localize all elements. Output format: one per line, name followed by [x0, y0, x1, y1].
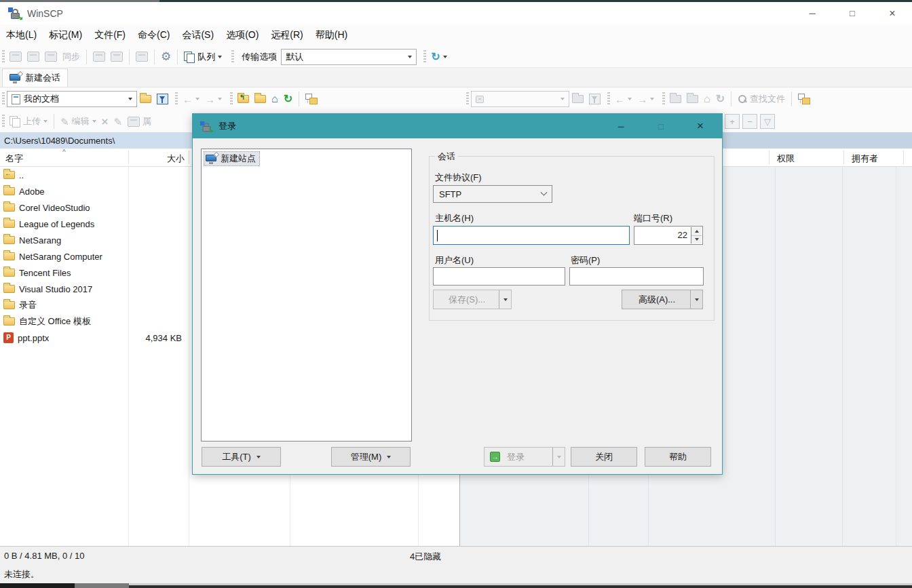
window-close-button[interactable]: × — [877, 2, 908, 24]
user-name-input[interactable] — [433, 267, 565, 286]
column-header-name[interactable]: 名字 — [5, 153, 23, 165]
run-command-icon[interactable] — [108, 50, 126, 64]
host-name-input[interactable] — [433, 226, 630, 245]
menu-item[interactable]: 本地(L) — [0, 26, 43, 45]
file-icon — [3, 252, 15, 260]
remote-open-directory-icon — [569, 93, 586, 105]
file-icon — [3, 171, 15, 179]
transfer-preset-combo[interactable]: 默认 — [281, 49, 417, 65]
transfer-usage-text: 0 B / 4.81 MB, 0 / 10 — [4, 551, 85, 561]
tools-button[interactable]: 工具(T) — [202, 447, 281, 467]
synchronize-button[interactable]: 同步 — [60, 49, 83, 65]
open-console-icon[interactable] — [90, 50, 108, 64]
file-icon — [3, 317, 15, 326]
port-spinner[interactable] — [691, 227, 702, 243]
panel-layout-icon[interactable] — [7, 50, 24, 64]
advanced-dropdown-icon[interactable] — [690, 290, 702, 309]
edit-icon: ✎ — [60, 117, 69, 127]
manage-button[interactable]: 管理(M) — [331, 447, 411, 467]
file-icon — [3, 301, 15, 309]
properties-icon — [125, 115, 142, 129]
local-tree-icon[interactable] — [303, 92, 320, 106]
protocol-label: 文件协议(F) — [435, 172, 482, 184]
menu-item[interactable]: 会话(S) — [176, 26, 220, 45]
password-label: 密码(P) — [571, 254, 600, 267]
sync-browsing-icon[interactable] — [42, 50, 60, 64]
local-home-icon[interactable]: ⌂ — [269, 92, 281, 106]
file-name: ppt.pptx — [18, 333, 49, 343]
dialog-close-button[interactable]: × — [687, 114, 714, 138]
login-dropdown-icon[interactable] — [552, 448, 565, 466]
file-name: .. — [19, 170, 24, 180]
queue-button[interactable]: 队列 — [181, 49, 225, 65]
file-name: 录音 — [19, 299, 37, 311]
menu-item[interactable]: 标记(M) — [43, 26, 88, 45]
menu-item[interactable]: 命令(C) — [132, 26, 176, 45]
protocol-select[interactable]: SFTP — [433, 185, 552, 203]
local-back-icon[interactable]: ← — [180, 92, 202, 106]
remote-remove-icon: − — [742, 114, 757, 129]
dialog-minimize-button[interactable]: ─ — [607, 114, 634, 138]
save-dropdown-icon[interactable] — [499, 290, 511, 309]
column-header-owner[interactable]: 拥有者 — [852, 153, 878, 165]
dialog-maximize-button[interactable]: □ — [647, 114, 674, 138]
remote-add-icon: + — [725, 114, 740, 129]
login-dialog-title-bar[interactable]: ↘ 登录 ─ □ × — [193, 114, 722, 138]
advanced-button[interactable]: 高级(A)... — [622, 290, 703, 309]
winscp-logo-icon: ↘ — [8, 7, 22, 20]
remote-tree-icon[interactable] — [795, 92, 813, 106]
column-header-permissions[interactable]: 权限 — [777, 153, 795, 165]
close-button[interactable]: 关闭 — [571, 447, 637, 467]
local-filter-icon[interactable] — [154, 92, 171, 106]
preferences-gear-icon[interactable]: ⚙ — [158, 49, 174, 64]
menu-item[interactable]: 文件(F) — [88, 26, 132, 45]
local-open-directory-icon[interactable] — [137, 93, 154, 105]
host-name-label: 主机名(H) — [435, 212, 474, 224]
queue-icon — [184, 52, 195, 62]
window-minimize-button[interactable]: ─ — [797, 2, 828, 24]
file-icon — [3, 332, 14, 343]
mirror-panels-icon[interactable] — [24, 50, 42, 64]
menu-item[interactable]: 选项(O) — [220, 26, 265, 45]
port-number-label: 端口号(R) — [634, 212, 672, 224]
main-toolbar: 同步 ⚙ 队列 传输选项 默认 ↻ — [0, 46, 912, 68]
spin-down-icon[interactable] — [691, 236, 702, 244]
remote-directory-combo — [471, 91, 569, 107]
local-parent-dir-icon[interactable]: ↰ — [235, 93, 252, 105]
directory-icon — [12, 94, 20, 104]
upload-icon — [10, 116, 20, 127]
local-root-dir-icon[interactable] — [252, 93, 269, 105]
hidden-files-text: 4已隐藏 — [410, 551, 441, 563]
file-icon — [3, 220, 15, 228]
spin-up-icon[interactable] — [691, 227, 702, 236]
menu-item[interactable]: 远程(R) — [265, 26, 309, 45]
menu-item[interactable]: 帮助(H) — [309, 26, 354, 45]
menu-bar: 本地(L)标记(M)文件(F)命令(C)会话(S)选项(O)远程(R)帮助(H) — [0, 24, 912, 46]
new-site-item[interactable]: 新建站点 — [204, 152, 259, 165]
remote-back-icon: ← — [612, 92, 634, 106]
help-button[interactable]: 帮助 — [645, 447, 711, 467]
transfer-settings-icon[interactable]: ↻ — [428, 50, 449, 64]
local-status-bar: 0 B / 4.81 MB, 0 / 10 4已隐藏 — [0, 546, 912, 565]
new-session-tab[interactable]: 新建会话 — [2, 68, 68, 87]
site-list[interactable]: 新建站点 — [201, 149, 412, 442]
session-status-bar: 未连接。 — [0, 565, 912, 583]
swap-panels-icon[interactable] — [133, 50, 151, 64]
queue-dropdown-icon — [218, 56, 222, 58]
session-tab-bar: 新建会话 — [0, 68, 912, 87]
remote-parent-dir-icon — [667, 93, 684, 105]
login-button[interactable]: → 登录 — [484, 447, 565, 467]
find-files-button: 查找文件 — [735, 91, 788, 107]
port-number-input[interactable]: 22 — [634, 226, 703, 245]
local-directory-combo[interactable]: 我的文档 — [7, 91, 137, 107]
save-button[interactable]: 保存(S)... — [433, 290, 512, 309]
remote-filter-icon — [586, 92, 603, 106]
local-forward-icon[interactable]: → — [202, 92, 225, 106]
file-icon — [3, 203, 15, 212]
local-refresh-icon[interactable]: ↻ — [281, 92, 295, 106]
file-icon — [3, 269, 15, 277]
remote-refresh-icon: ↻ — [713, 92, 727, 106]
password-input[interactable] — [569, 267, 704, 286]
window-maximize-button[interactable]: □ — [837, 2, 868, 24]
column-header-size[interactable]: 大小 — [128, 153, 185, 165]
